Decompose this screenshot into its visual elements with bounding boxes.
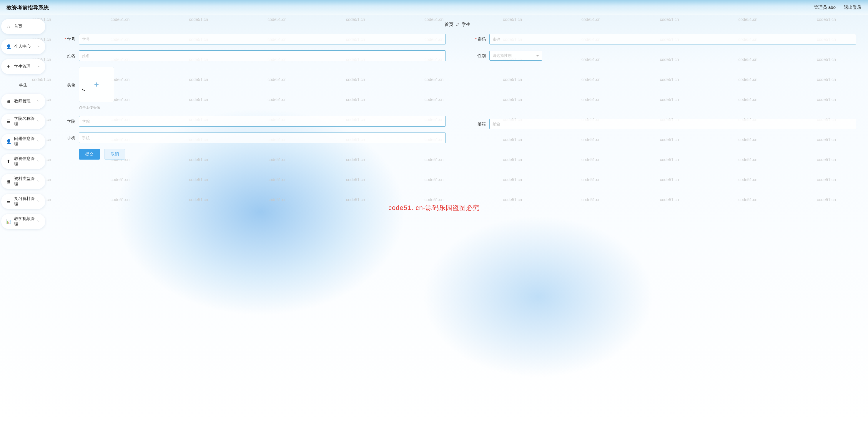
sidebar-item-2[interactable]: ✈学生管理﹀ xyxy=(1,59,45,74)
list-icon: ☰ xyxy=(6,199,11,204)
field-password: *密码 xyxy=(469,34,856,45)
input-phone[interactable] xyxy=(79,133,446,143)
sidebar-item-4[interactable]: ☰学院名称管理﹀ xyxy=(1,114,45,129)
label-phone: 手机 xyxy=(67,136,75,140)
sidebar-item-label: 教学视频管理 xyxy=(14,216,37,227)
grid-icon: ▦ xyxy=(6,179,11,184)
bars-icon: 📊 xyxy=(6,219,11,224)
avatar-upload-hint: 点击上传头像 xyxy=(79,105,446,110)
sidebar-item-3[interactable]: ▦教师管理﹀ xyxy=(1,94,45,109)
select-gender-placeholder: 请选择性别 xyxy=(493,53,512,58)
sidebar-item-5[interactable]: 👤问题信息管理﹀ xyxy=(1,134,45,149)
main-content: 首页 // 学生 *学号 姓名 头像 + xyxy=(47,15,868,237)
field-gender: 性别 请选择性别 xyxy=(469,50,856,61)
sidebar-item-label: 教师管理 xyxy=(14,98,37,104)
plus-icon: + xyxy=(94,80,99,89)
sidebar-item-0[interactable]: ⌂首页 xyxy=(1,19,45,34)
grid-icon: ▦ xyxy=(6,99,11,104)
sidebar-item-label: 问题信息管理 xyxy=(14,136,37,147)
admin-link[interactable]: 管理员 abo xyxy=(814,5,836,10)
top-bar: 教资考前指导系统 管理员 abo 退出登录 xyxy=(0,0,868,15)
input-email[interactable] xyxy=(489,119,856,129)
sidebar: ⌂首页👤个人中心﹀✈学生管理﹀学生▦教师管理﹀☰学院名称管理﹀👤问题信息管理﹀⬆… xyxy=(0,15,47,237)
field-phone: 手机 xyxy=(59,133,446,143)
sidebar-item-label: 学院名称管理 xyxy=(14,116,37,126)
sidebar-item-6[interactable]: ⬆教资信息管理﹀ xyxy=(1,154,45,169)
chevron-down-icon: ﹀ xyxy=(37,44,41,49)
field-student-id: *学号 xyxy=(59,34,446,45)
chevron-down-icon: ﹀ xyxy=(37,139,41,144)
breadcrumb-current: 学生 xyxy=(462,22,470,27)
sidebar-item-label: 资料类型管理 xyxy=(14,176,37,187)
form-col-left: *学号 姓名 头像 + 点击上传头像 xyxy=(59,34,446,160)
select-gender[interactable]: 请选择性别 xyxy=(489,51,542,61)
input-student-id[interactable] xyxy=(79,34,446,45)
person-icon: 👤 xyxy=(6,139,11,144)
label-student-id: 学号 xyxy=(67,37,75,41)
form-col-right: *密码 性别 请选择性别 邮箱 xyxy=(469,34,856,160)
label-college: 学院 xyxy=(67,119,75,124)
logout-link[interactable]: 退出登录 xyxy=(844,5,862,10)
breadcrumb-home[interactable]: 首页 xyxy=(444,22,454,27)
label-password: 密码 xyxy=(477,37,486,41)
input-password[interactable] xyxy=(489,34,856,45)
chevron-down-icon: ﹀ xyxy=(37,219,41,224)
sidebar-item-label: 教资信息管理 xyxy=(14,156,37,167)
sidebar-item-label: 个人中心 xyxy=(14,44,37,49)
chevron-down-icon: ﹀ xyxy=(37,119,41,124)
form-actions: 提交 取消 xyxy=(79,149,446,160)
chevron-down-icon: ﹀ xyxy=(37,64,41,69)
label-gender: 性别 xyxy=(477,53,486,58)
breadcrumb: 首页 // 学生 xyxy=(59,22,856,27)
sidebar-item-label: 复习资料管理 xyxy=(14,196,37,207)
field-email: 邮箱 xyxy=(469,119,856,129)
upload-icon: ⬆ xyxy=(6,159,11,164)
breadcrumb-sep: // xyxy=(456,22,459,27)
student-form: *学号 姓名 头像 + 点击上传头像 xyxy=(59,34,856,160)
chevron-down-icon: ﹀ xyxy=(37,199,41,204)
label-avatar: 头像 xyxy=(67,83,75,87)
sidebar-item-1[interactable]: 👤个人中心﹀ xyxy=(1,39,45,54)
avatar-uploader[interactable]: + xyxy=(79,67,114,102)
field-college: 学院 xyxy=(59,116,446,126)
sidebar-item-7[interactable]: ▦资料类型管理﹀ xyxy=(1,174,45,189)
sidebar-item-9[interactable]: 📊教学视频管理﹀ xyxy=(1,214,45,229)
submit-button[interactable]: 提交 xyxy=(79,149,100,160)
app-title: 教资考前指导系统 xyxy=(6,4,49,11)
label-name: 姓名 xyxy=(67,53,75,58)
chevron-down-icon: ﹀ xyxy=(37,159,41,164)
send-icon: ✈ xyxy=(6,64,11,69)
field-name: 姓名 xyxy=(59,50,446,61)
sidebar-subitem[interactable]: 学生 xyxy=(1,79,45,94)
sidebar-item-label: 学生管理 xyxy=(14,64,37,69)
person-icon: 👤 xyxy=(6,44,11,49)
field-avatar: 头像 + 点击上传头像 xyxy=(59,67,446,110)
list-icon: ☰ xyxy=(6,119,11,124)
input-college[interactable] xyxy=(79,116,446,126)
topbar-right: 管理员 abo 退出登录 xyxy=(814,5,862,10)
sidebar-item-8[interactable]: ☰复习资料管理﹀ xyxy=(1,194,45,209)
cancel-button[interactable]: 取消 xyxy=(104,149,125,160)
label-email: 邮箱 xyxy=(477,122,486,126)
input-name[interactable] xyxy=(79,50,446,61)
sidebar-item-label: 首页 xyxy=(14,24,41,29)
chevron-down-icon: ﹀ xyxy=(37,99,41,104)
chevron-down-icon: ﹀ xyxy=(37,179,41,184)
home-icon: ⌂ xyxy=(6,24,11,29)
